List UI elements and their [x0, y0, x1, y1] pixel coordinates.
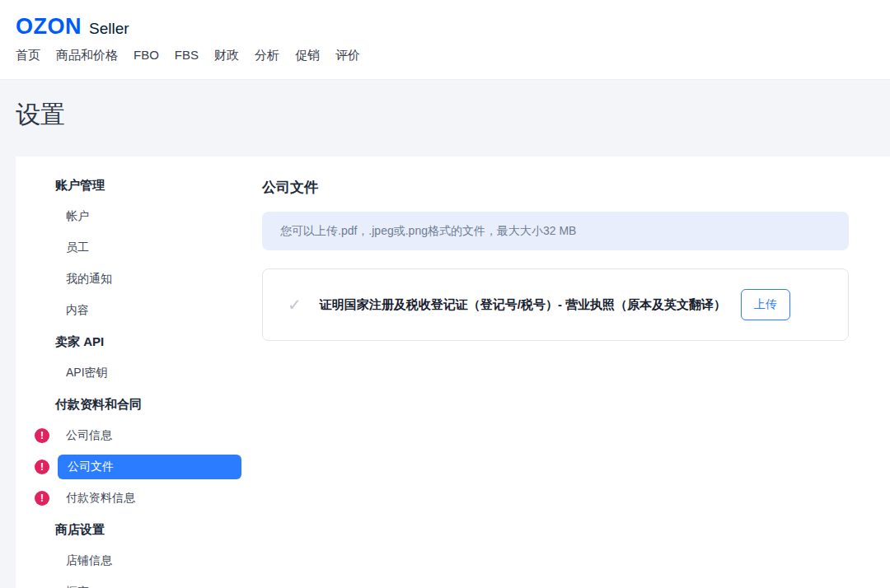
sidebar-item[interactable]: !公司信息 — [16, 420, 263, 451]
sidebar-item-label: 付款资料和合同 — [55, 397, 142, 413]
settings-panel: 账户管理帐户员工我的通知内容卖家 APIAPI密钥付款资料和合同!公司信息!公司… — [16, 156, 890, 588]
sidebar-item-label: 员工 — [66, 240, 89, 255]
alert-badge-icon: ! — [35, 460, 49, 474]
nav-item[interactable]: FBO — [134, 48, 159, 63]
nav-item[interactable]: 评价 — [335, 48, 360, 63]
sidebar-item-label: 公司信息 — [66, 428, 112, 443]
nav-item[interactable]: 商品和价格 — [56, 48, 118, 63]
sidebar-item-label: 店铺信息 — [66, 553, 112, 568]
sidebar-item-label: 我的通知 — [66, 272, 112, 287]
sidebar-item[interactable]: 橱窗 — [16, 576, 263, 588]
nav-item[interactable]: 分析 — [255, 48, 279, 63]
alert-badge-icon: ! — [35, 428, 49, 443]
nav-item[interactable]: 首页 — [16, 48, 40, 63]
settings-sidebar: 账户管理帐户员工我的通知内容卖家 APIAPI密钥付款资料和合同!公司信息!公司… — [16, 156, 263, 588]
sidebar-item-label: 帐户 — [66, 209, 89, 224]
sidebar-item[interactable]: 我的通知 — [16, 264, 263, 295]
upload-info-banner: 您可以上传.pdf，.jpeg或.png格式的文件，最大大小32 MB — [262, 212, 849, 250]
ozon-logo: OZON — [16, 16, 82, 38]
page-title: 设置 — [16, 98, 65, 132]
sidebar-item[interactable]: 店铺信息 — [16, 545, 263, 576]
sidebar-item[interactable]: !付款资料信息 — [16, 483, 263, 514]
sidebar-item-label: 账户管理 — [55, 178, 105, 194]
nav-item[interactable]: 促销 — [295, 48, 320, 63]
main-content: 公司文件 您可以上传.pdf，.jpeg或.png格式的文件，最大大小32 MB… — [262, 156, 869, 588]
sidebar-section-header: 账户管理 — [16, 170, 263, 201]
sidebar-item-label: 付款资料信息 — [66, 491, 135, 506]
sidebar-item[interactable]: 帐户 — [16, 201, 263, 232]
sidebar-section-header: 卖家 API — [16, 326, 263, 357]
sidebar-item-label: 内容 — [66, 303, 89, 318]
main-nav: 首页商品和价格FBOFBS财政分析促销评价 — [0, 38, 890, 63]
logo[interactable]: OZON Seller — [0, 0, 890, 38]
check-icon: ✓ — [288, 295, 302, 315]
sidebar-item[interactable]: !公司文件 — [16, 451, 263, 483]
nav-item[interactable]: 财政 — [214, 48, 239, 63]
section-heading: 公司文件 — [262, 178, 849, 197]
sidebar-item-label: 公司文件 — [58, 455, 241, 479]
sidebar-item-label: 商店设置 — [55, 522, 105, 538]
sidebar-item[interactable]: 员工 — [16, 232, 263, 264]
upload-button[interactable]: 上传 — [741, 289, 790, 320]
top-header: OZON Seller 首页商品和价格FBOFBS财政分析促销评价 — [0, 0, 890, 80]
sidebar-item-label: API密钥 — [66, 366, 108, 380]
seller-logo-text: Seller — [89, 21, 129, 36]
sidebar-item[interactable]: API密钥 — [16, 357, 263, 389]
document-card: ✓ 证明国家注册及税收登记证（登记号/税号）- 营业执照（原本及英文翻译） 上传 — [262, 268, 849, 341]
sidebar-item-label: 橱窗 — [66, 585, 89, 588]
sidebar-item-label: 卖家 API — [55, 334, 104, 350]
sidebar-section-header: 商店设置 — [16, 514, 263, 545]
document-title: 证明国家注册及税收登记证（登记号/税号）- 营业执照（原本及英文翻译） — [320, 296, 726, 314]
sidebar-item[interactable]: 内容 — [16, 295, 263, 326]
sidebar-section-header: 付款资料和合同 — [16, 389, 263, 420]
alert-badge-icon: ! — [35, 491, 49, 506]
nav-item[interactable]: FBS — [175, 48, 199, 63]
upload-info-text: 您可以上传.pdf，.jpeg或.png格式的文件，最大大小32 MB — [280, 224, 576, 239]
